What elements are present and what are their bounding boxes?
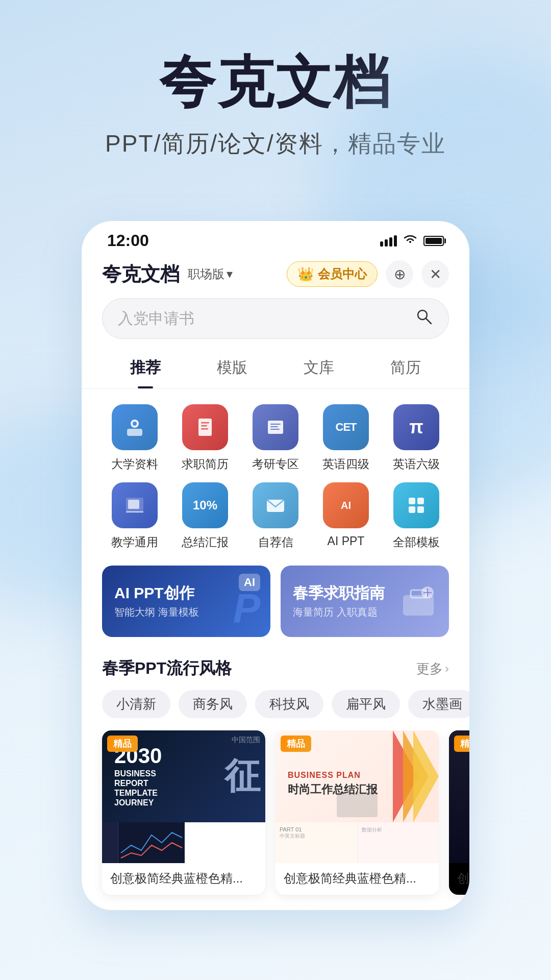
status-icons [380,233,444,249]
icon-cover-letter[interactable]: 自荐信 [243,482,308,550]
icon-postgrad[interactable]: 考研专区 [243,404,308,472]
svg-point-4 [133,422,137,426]
premium-badge-1: 精品 [107,736,138,752]
svg-rect-7 [201,425,207,427]
banner-section: AI AI PPT创作 智能大纲 海量模板 P 春季求职指南 海量简历 入职真题 [82,566,469,652]
premium-badge-3: 精 [454,736,469,752]
template-name-3: 创 [449,863,469,895]
hero-section: 夸克文档 PPT/简历/论文/资料，精品专业 [0,0,551,190]
banner-ai-ppt[interactable]: AI AI PPT创作 智能大纲 海量模板 P [102,566,270,637]
add-icon: ⊕ [394,266,406,283]
icon-university[interactable]: 大学资料 [102,404,167,472]
tab-resume[interactable]: 简历 [362,349,449,388]
chevron-right-icon: › [445,662,449,676]
template-card-2[interactable]: 精品 BUSINESS PLAN 时尚工作总结汇报 [276,730,439,895]
p-decoration: P [233,585,260,632]
close-button[interactable]: ✕ [421,260,449,288]
svg-rect-6 [201,422,209,424]
svg-rect-11 [270,426,278,427]
svg-rect-8 [201,428,208,430]
tab-active-indicator [138,386,153,388]
tag-business[interactable]: 商务风 [179,690,247,718]
icon-teaching[interactable]: 教学通用 [102,482,167,550]
svg-rect-20 [417,506,424,513]
svg-rect-10 [270,424,281,425]
app-header: 夸克文档 职场版 ▾ 👑 会员中心 ⊕ ✕ [82,255,469,298]
icon-all-templates[interactable]: 全部模板 [384,482,449,550]
search-bar[interactable]: 入党申请书 [102,298,449,339]
search-container: 入党申请书 [82,298,469,349]
trending-header: 春季PPT流行风格 更多 › [82,652,469,690]
tab-library[interactable]: 文库 [276,349,362,388]
svg-rect-12 [270,429,280,430]
icon-resume[interactable]: 求职简历 [172,404,238,472]
tag-fresh[interactable]: 小清新 [102,690,170,718]
template-name-1: 创意极简经典蓝橙色精... [102,863,265,895]
phone-mockup: 12:00 夸克文档 职场版 ▾ [82,221,469,910]
chevron-down-icon: ▾ [227,267,233,281]
tab-recommend[interactable]: 推荐 [102,349,189,388]
svg-rect-17 [409,498,415,504]
banner-job-hunt[interactable]: 春季求职指南 海量简历 入职真题 [281,566,449,637]
svg-rect-3 [127,429,142,436]
search-placeholder: 入党申请书 [118,308,407,329]
vip-button[interactable]: 👑 会员中心 [287,261,378,287]
tab-bar: 推荐 模版 文库 简历 [82,349,469,389]
wifi-icon [403,233,417,249]
svg-rect-18 [417,498,424,504]
tag-tech[interactable]: 科技风 [255,690,323,718]
tag-ink[interactable]: 水墨画 [408,690,469,718]
search-icon [415,307,433,330]
hero-subtitle: PPT/简历/论文/资料，精品专业 [41,128,510,160]
status-bar: 12:00 [82,221,469,255]
signal-icon [380,235,397,247]
briefcase-icon [398,582,439,620]
trending-title: 春季PPT流行风格 [102,657,416,680]
template-preview-1: 精品 2030 BUSINESSREPORTTEMPLATEJOURNEY 征 … [102,730,265,863]
svg-rect-19 [409,506,415,513]
add-button[interactable]: ⊕ [386,260,413,288]
crown-icon: 👑 [297,266,314,282]
version-badge[interactable]: 职场版 ▾ [188,266,233,282]
hero-title: 夸克文档 [41,51,510,113]
tag-flat[interactable]: 扁平风 [332,690,400,718]
icon-cet6[interactable]: π 英语六级 [384,404,449,472]
template-row: 精品 2030 BUSINESSREPORTTEMPLATEJOURNEY 征 … [82,730,469,910]
template-card-1[interactable]: 精品 2030 BUSINESSREPORTTEMPLATEJOURNEY 征 … [102,730,265,895]
app-logo: 夸克文档 [102,261,180,287]
premium-badge-2: 精品 [281,736,311,752]
icon-summary[interactable]: 10% 总结汇报 [172,482,238,550]
style-tags: 小清新 商务风 科技风 扁平风 水墨画 [82,690,469,730]
svg-line-1 [426,318,431,324]
battery-icon [423,236,444,246]
more-button[interactable]: 更多 › [416,660,449,678]
icon-ai-ppt[interactable]: AI AI PPT [313,482,379,550]
template-card-3[interactable]: 精 创 [449,730,469,895]
icon-cet4[interactable]: CET 英语四级 [313,404,379,472]
template-name-2: 创意极简经典蓝橙色精... [276,863,439,895]
svg-rect-14 [128,500,139,509]
close-icon: ✕ [430,266,441,283]
template-preview-2: 精品 BUSINESS PLAN 时尚工作总结汇报 [276,730,439,863]
status-time: 12:00 [107,231,149,250]
tab-template[interactable]: 模版 [189,349,276,388]
svg-rect-5 [198,419,212,436]
bar-chart-1 [102,825,118,861]
icon-grid: 大学资料 求职简历 考研专区 [82,399,469,566]
